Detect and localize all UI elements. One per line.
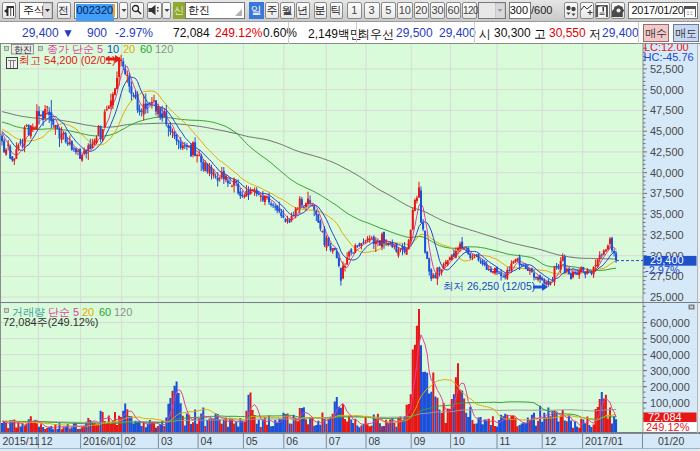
svg-text:12: 12	[41, 435, 53, 447]
svg-text:20: 20	[123, 44, 135, 55]
svg-text:02: 02	[124, 435, 136, 447]
svg-text:60: 60	[99, 306, 111, 318]
svg-text:300,000: 300,000	[650, 365, 690, 377]
svg-text:120: 120	[155, 44, 173, 55]
svg-text:400,000: 400,000	[650, 349, 690, 361]
svg-text:120: 120	[114, 306, 132, 318]
svg-text:50,000: 50,000	[650, 84, 684, 96]
svg-text:42,500: 42,500	[650, 146, 684, 158]
svg-text:2017/01: 2017/01	[585, 435, 623, 447]
svg-text:04: 04	[201, 435, 213, 447]
svg-text:12: 12	[545, 435, 557, 447]
svg-text:47,500: 47,500	[650, 104, 684, 116]
svg-text:2016/01: 2016/01	[83, 435, 121, 447]
svg-text:01/20: 01/20	[658, 435, 684, 447]
svg-text:45,000: 45,000	[650, 125, 684, 137]
svg-text:11: 11	[500, 435, 511, 447]
svg-text:25,000: 25,000	[650, 291, 684, 303]
svg-text:2015/11: 2015/11	[3, 435, 40, 447]
svg-text:-2.97%: -2.97%	[645, 264, 680, 276]
svg-text:06: 06	[286, 435, 298, 447]
svg-text:72,084주(249.12%): 72,084주(249.12%)	[3, 316, 98, 328]
svg-text:100,000: 100,000	[650, 397, 690, 409]
svg-text:35,000: 35,000	[650, 208, 684, 220]
svg-text:05: 05	[246, 435, 258, 447]
svg-text:07: 07	[329, 435, 341, 447]
svg-text:500,000: 500,000	[650, 333, 690, 345]
svg-text:32,500: 32,500	[650, 229, 684, 241]
svg-text:최저 26,250 (12/05): 최저 26,250 (12/05)	[443, 280, 535, 292]
svg-text:40,000: 40,000	[650, 167, 684, 179]
svg-text:09: 09	[414, 435, 426, 447]
svg-text:52,500: 52,500	[650, 63, 684, 75]
svg-text:03: 03	[161, 435, 173, 447]
svg-text:37,500: 37,500	[650, 187, 684, 199]
svg-text:600,000: 600,000	[650, 317, 690, 329]
svg-text:60: 60	[140, 44, 152, 55]
svg-text:08: 08	[369, 435, 381, 447]
svg-text:최고 54,200 (02/01): 최고 54,200 (02/01)	[19, 54, 116, 66]
svg-text:10: 10	[453, 435, 465, 447]
svg-text:HC:-45.76: HC:-45.76	[644, 51, 694, 63]
svg-text:249.12%: 249.12%	[646, 421, 690, 433]
svg-text:200,000: 200,000	[650, 381, 690, 393]
